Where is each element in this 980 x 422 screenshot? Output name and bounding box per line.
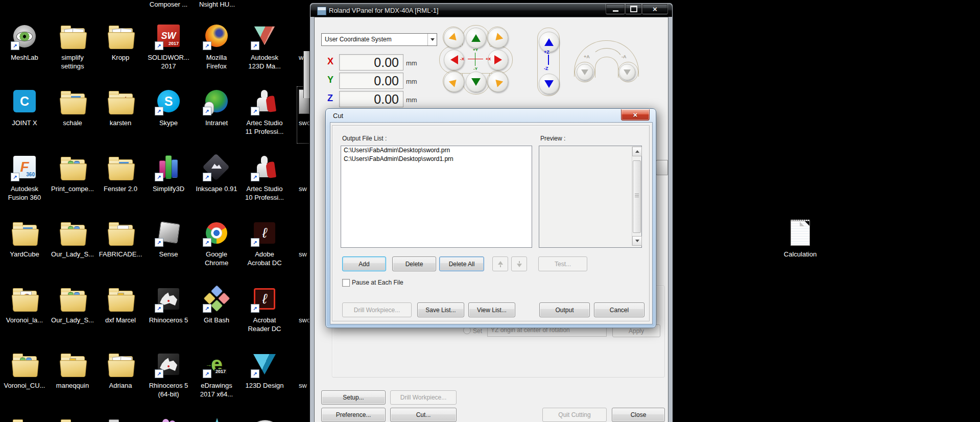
- desktop-icon-intranet[interactable]: ↗Intranet: [193, 87, 241, 127]
- drill-workpiece-dialog-button[interactable]: Drill Workpiece...: [342, 302, 412, 317]
- dropdown-button[interactable]: [427, 34, 437, 45]
- desktop-icon-bowl[interactable]: [241, 416, 289, 422]
- close-button[interactable]: ×: [642, 4, 668, 14]
- file-list-item[interactable]: C:\Users\FabAdmin\Desktop\sword.prn: [341, 146, 532, 155]
- close-vpanel-button[interactable]: Close: [612, 408, 665, 422]
- desktop-icon-maneqquin[interactable]: maneqquin: [49, 350, 97, 390]
- add-button[interactable]: Add: [342, 256, 386, 271]
- move-down-button[interactable]: [511, 256, 527, 271]
- desktop-icon-simplify-settings[interactable]: simplify settings: [49, 22, 97, 71]
- jog-y-minus-button[interactable]: [466, 72, 486, 92]
- minimize-button[interactable]: [606, 4, 625, 14]
- test-button[interactable]: Test...: [538, 256, 587, 271]
- jog-diagonal-up-right-button[interactable]: [488, 28, 508, 48]
- desktop-icon-autodesk-123d-ma[interactable]: ↗Autodesk 123D Ma...: [241, 22, 289, 71]
- desktop-icon-voronoi-la[interactable]: Voronoi_la...: [1, 285, 49, 324]
- desktop-icon-karsten[interactable]: karsten: [97, 87, 145, 127]
- folder-icon: [10, 416, 39, 422]
- desktop-icon-yardcube[interactable]: YardCube: [1, 219, 49, 259]
- drill-workpiece-button[interactable]: Drill Workpiece...: [390, 390, 457, 405]
- scroll-up-button[interactable]: [632, 147, 642, 156]
- desktop-icon-our-lady-s[interactable]: Our_Lady_S...: [49, 285, 97, 324]
- desktop-icon-label-partial[interactable]: sw: [299, 185, 307, 193]
- axis-y-label: Y: [327, 75, 339, 85]
- delete-button[interactable]: Delete: [392, 256, 436, 271]
- desktop-icon-voronoi-cu[interactable]: Voronoi_CU...: [1, 350, 49, 390]
- preference-button[interactable]: Preference...: [321, 408, 386, 422]
- desktop-icon-joint-x[interactable]: CJOINT X: [1, 87, 49, 127]
- jog-a-plus-button-disabled[interactable]: [577, 64, 593, 80]
- desktop-icon-rhinoceros-5[interactable]: ↗Rhinoceros 5: [145, 285, 193, 324]
- vpanel-titlebar[interactable]: Roland VPanel for MDX-40A [RML-1] ×: [310, 4, 672, 17]
- desktop-icon-artec-studio-10-professi[interactable]: ↗Artec Studio 10 Professi...: [241, 153, 289, 202]
- 123d-design-icon: ↗: [250, 350, 279, 379]
- scrollbar-thumb[interactable]: [633, 160, 641, 233]
- desktop-icon-schale[interactable]: schale: [49, 87, 97, 127]
- jog-y-plus-button[interactable]: [466, 28, 486, 48]
- preview-scrollbar[interactable]: [632, 147, 641, 246]
- jog-diagonal-up-left-button[interactable]: [444, 28, 464, 48]
- desktop-icon-edrawings-2017-x64[interactable]: e2017→↗eDrawings 2017 x64...: [193, 350, 241, 398]
- maximize-button[interactable]: [625, 4, 642, 14]
- delete-all-button[interactable]: Delete All: [439, 256, 484, 271]
- cut-dialog-close-button[interactable]: ×: [621, 109, 650, 121]
- desktop-icon-autodesk-fusion-360[interactable]: F360↗Autodesk Fusion 360: [1, 153, 49, 202]
- desktop-icon-our-lady-s[interactable]: Our_Lady_S...: [49, 219, 97, 259]
- desktop-icon-folder-grey[interactable]: [97, 416, 145, 422]
- desktop-icon-adriana[interactable]: Adriana: [97, 350, 145, 390]
- jog-a-minus-button-disabled[interactable]: [619, 64, 635, 80]
- desktop-icon-simplify3d[interactable]: ↗Simplify3D: [145, 153, 193, 193]
- desktop-icon-label-partial[interactable]: sw: [299, 382, 307, 389]
- desktop-icon-fabricade[interactable]: FABRICADE...: [97, 219, 145, 259]
- desktop-icon-artec-studio-11-professi[interactable]: ↗Artec Studio 11 Professi...: [241, 87, 289, 136]
- cut-button[interactable]: Cut...: [390, 408, 457, 422]
- maneqquin-icon: [58, 350, 87, 379]
- desktop-icon-kropp[interactable]: Kropp: [97, 22, 145, 62]
- arrow-down-icon: [635, 240, 639, 242]
- desktop-icon-dxf-marcel[interactable]: dxf Marcel: [97, 285, 145, 324]
- jog-diagonal-down-right-button[interactable]: [488, 72, 508, 92]
- desktop-icon-rhinoceros-5-64-bit[interactable]: ↗Rhinoceros 5 (64-bit): [145, 350, 193, 398]
- desktop-icon-123d-design[interactable]: ↗123D Design: [241, 350, 289, 390]
- save-list-button[interactable]: Save List...: [417, 302, 464, 317]
- cancel-button[interactable]: Cancel: [594, 302, 644, 317]
- desktop-icon-print-compe[interactable]: Print_compe...: [49, 153, 97, 193]
- jog-diagonal-down-left-button[interactable]: [444, 72, 464, 92]
- desktop-icon-solidwor-2017[interactable]: SW2017↗SOLIDWOR... 2017: [145, 22, 193, 71]
- desktop-icon-calculation[interactable]: Calculation: [776, 219, 824, 259]
- coordinate-system-select[interactable]: User Coordinate System: [321, 33, 437, 46]
- desktop-icon-sense[interactable]: ↗Sense: [145, 219, 193, 259]
- desktop-icon-flower[interactable]: [145, 416, 193, 422]
- jog-x-plus-button[interactable]: [488, 50, 508, 70]
- desktop-icon-fenster-2-0[interactable]: Fenster 2.0: [97, 153, 145, 193]
- desktop-icon-skype[interactable]: S↗Skype: [145, 87, 193, 127]
- move-up-button[interactable]: [492, 256, 508, 271]
- file-list-item[interactable]: C:\Users\FabAdmin\Desktop\sword1.prn: [341, 155, 532, 163]
- jog-z-plus-button[interactable]: [539, 32, 559, 52]
- desktop-icon-git-bash[interactable]: ↗Git Bash: [193, 285, 241, 324]
- desktop-icon-label-partial[interactable]: Nsight HU...: [184, 1, 250, 8]
- desktop-icon-label-partial[interactable]: swo: [299, 316, 310, 324]
- desktop-icon-folder[interactable]: [1, 416, 49, 422]
- desktop-icon-acrobat-reader-dc[interactable]: ℓ↗Acrobat Reader DC: [241, 285, 289, 333]
- view-list-button[interactable]: View List...: [468, 302, 515, 317]
- desktop-icon-google-chrome[interactable]: ↗Google Chrome: [193, 219, 241, 267]
- desktop-icon-label: Kropp: [97, 53, 145, 62]
- quit-cutting-button[interactable]: Quit Cutting: [542, 408, 607, 422]
- setup-button[interactable]: Setup...: [321, 390, 386, 405]
- desktop-icon-label: Adriana: [97, 381, 145, 390]
- jog-z-minus-button[interactable]: [539, 74, 559, 94]
- desktop-icon-folder[interactable]: [49, 416, 97, 422]
- desktop-icon-inkscape-0-91[interactable]: ↗Inkscape 0.91: [193, 153, 241, 193]
- desktop-icon-label: JOINT X: [1, 119, 49, 127]
- desktop-icon-adobe-acrobat-dc[interactable]: ℓ↗Adobe Acrobat DC: [241, 219, 289, 267]
- desktop-icon-mozilla-firefox[interactable]: ↗Mozilla Firefox: [193, 22, 241, 71]
- output-file-listbox[interactable]: C:\Users\FabAdmin\Desktop\sword.prn C:\U…: [341, 146, 532, 248]
- desktop-icon-drop[interactable]: [193, 416, 241, 422]
- desktop-icon-label-partial[interactable]: sw: [299, 250, 307, 258]
- pause-checkbox[interactable]: [342, 279, 350, 287]
- axis-y-unit: mm: [406, 78, 417, 85]
- output-button[interactable]: Output: [539, 302, 590, 317]
- scroll-down-button[interactable]: [632, 236, 642, 246]
- desktop-icon-meshlab[interactable]: ↗MeshLab: [1, 22, 49, 62]
